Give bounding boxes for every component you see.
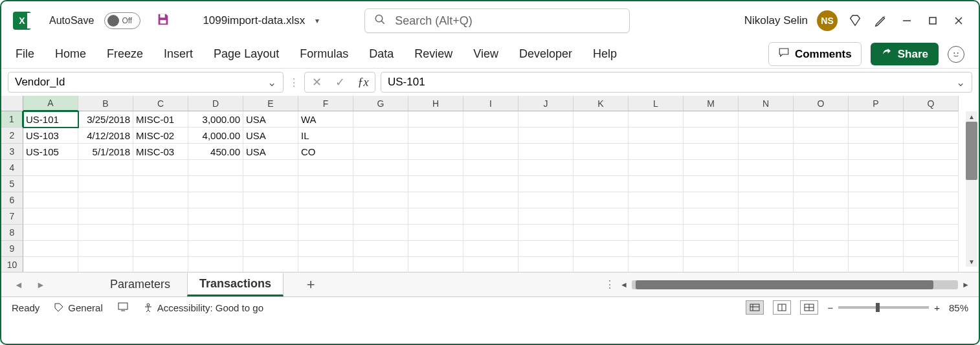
vertical-scrollbar[interactable]: ▲ ▼ — [966, 111, 977, 267]
cell-C1[interactable]: MISC-01 — [133, 111, 188, 128]
cell-D10[interactable] — [188, 257, 243, 272]
cell-I8[interactable] — [463, 225, 518, 241]
cell-A7[interactable] — [23, 208, 78, 225]
cell-N3[interactable] — [739, 144, 794, 160]
cell-A5[interactable] — [23, 176, 78, 192]
cell-E1[interactable]: USA — [243, 111, 298, 128]
cell-B5[interactable] — [78, 176, 133, 192]
cell-C8[interactable] — [133, 225, 188, 241]
comments-button[interactable]: Comments — [768, 42, 862, 66]
cell-D7[interactable] — [188, 208, 243, 225]
cell-K4[interactable] — [574, 160, 629, 176]
row-header-10[interactable]: 10 — [1, 257, 23, 272]
cell-E5[interactable] — [243, 176, 298, 192]
row-header-1[interactable]: 1 — [1, 111, 23, 128]
cell-D2[interactable]: 4,000.00 — [188, 128, 243, 144]
cell-N10[interactable] — [739, 257, 794, 272]
cell-A4[interactable] — [23, 160, 78, 176]
column-header-K[interactable]: K — [574, 96, 629, 111]
cell-A9[interactable] — [23, 241, 78, 257]
pen-icon[interactable] — [873, 12, 889, 29]
cell-H4[interactable] — [408, 160, 463, 176]
cell-A6[interactable] — [23, 192, 78, 208]
cell-J6[interactable] — [518, 192, 574, 208]
column-header-N[interactable]: N — [739, 96, 794, 111]
cell-P10[interactable] — [849, 257, 904, 272]
cell-E7[interactable] — [243, 208, 298, 225]
cell-H5[interactable] — [408, 176, 463, 192]
row-header-8[interactable]: 8 — [1, 225, 23, 241]
feedback-button[interactable] — [948, 46, 964, 63]
cell-G10[interactable] — [353, 257, 408, 272]
tab-home[interactable]: Home — [55, 47, 86, 61]
tab-data[interactable]: Data — [369, 47, 394, 61]
cell-E4[interactable] — [243, 160, 298, 176]
cell-J2[interactable] — [518, 128, 574, 144]
cell-M7[interactable] — [684, 208, 739, 225]
row-header-9[interactable]: 9 — [1, 241, 23, 257]
cell-F5[interactable] — [298, 176, 353, 192]
column-header-O[interactable]: O — [794, 96, 849, 111]
page-layout-view-button[interactable] — [773, 300, 791, 315]
vscroll-thumb[interactable] — [966, 122, 977, 180]
cell-L6[interactable] — [629, 192, 684, 208]
cell-I10[interactable] — [463, 257, 518, 272]
display-settings-icon[interactable] — [117, 301, 129, 315]
cell-D5[interactable] — [188, 176, 243, 192]
cell-F10[interactable] — [298, 257, 353, 272]
zoom-thumb[interactable] — [876, 303, 880, 312]
file-name[interactable]: 1099import-data.xlsx — [203, 14, 305, 27]
cell-C6[interactable] — [133, 192, 188, 208]
cell-E3[interactable]: USA — [243, 144, 298, 160]
cell-I7[interactable] — [463, 208, 518, 225]
cell-J5[interactable] — [518, 176, 574, 192]
cell-E8[interactable] — [243, 225, 298, 241]
cell-H2[interactable] — [408, 128, 463, 144]
cell-D9[interactable] — [188, 241, 243, 257]
cell-O10[interactable] — [794, 257, 849, 272]
cell-A8[interactable] — [23, 225, 78, 241]
cell-L7[interactable] — [629, 208, 684, 225]
cell-B8[interactable] — [78, 225, 133, 241]
column-header-M[interactable]: M — [684, 96, 739, 111]
cell-E10[interactable] — [243, 257, 298, 272]
cell-K9[interactable] — [574, 241, 629, 257]
cell-Q6[interactable] — [904, 192, 959, 208]
cell-J7[interactable] — [518, 208, 574, 225]
cell-B10[interactable] — [78, 257, 133, 272]
column-header-B[interactable]: B — [78, 96, 133, 111]
cell-B4[interactable] — [78, 160, 133, 176]
cell-F9[interactable] — [298, 241, 353, 257]
cell-G3[interactable] — [353, 144, 408, 160]
cell-B9[interactable] — [78, 241, 133, 257]
cell-F7[interactable] — [298, 208, 353, 225]
tab-formulas[interactable]: Formulas — [300, 47, 348, 61]
column-header-Q[interactable]: Q — [904, 96, 959, 111]
cell-L2[interactable] — [629, 128, 684, 144]
cell-G1[interactable] — [353, 111, 408, 128]
cell-J3[interactable] — [518, 144, 574, 160]
cell-B6[interactable] — [78, 192, 133, 208]
sensitivity-label[interactable]: General — [54, 302, 102, 313]
cell-H1[interactable] — [408, 111, 463, 128]
cell-F4[interactable] — [298, 160, 353, 176]
column-header-I[interactable]: I — [463, 96, 518, 111]
column-header-C[interactable]: C — [133, 96, 188, 111]
column-header-D[interactable]: D — [188, 96, 243, 111]
cell-K6[interactable] — [574, 192, 629, 208]
cell-D3[interactable]: 450.00 — [188, 144, 243, 160]
tab-freeze[interactable]: Freeze — [107, 47, 143, 61]
cell-L9[interactable] — [629, 241, 684, 257]
cell-K8[interactable] — [574, 225, 629, 241]
column-header-A[interactable]: A — [23, 96, 78, 111]
cell-H6[interactable] — [408, 192, 463, 208]
tab-view[interactable]: View — [473, 47, 498, 61]
chevron-down-icon[interactable]: ⌄ — [267, 76, 276, 89]
cell-N5[interactable] — [739, 176, 794, 192]
cell-P3[interactable] — [849, 144, 904, 160]
cell-B3[interactable]: 5/1/2018 — [78, 144, 133, 160]
cell-G7[interactable] — [353, 208, 408, 225]
cell-J10[interactable] — [518, 257, 574, 272]
cell-L1[interactable] — [629, 111, 684, 128]
zoom-slider[interactable] — [838, 306, 929, 309]
